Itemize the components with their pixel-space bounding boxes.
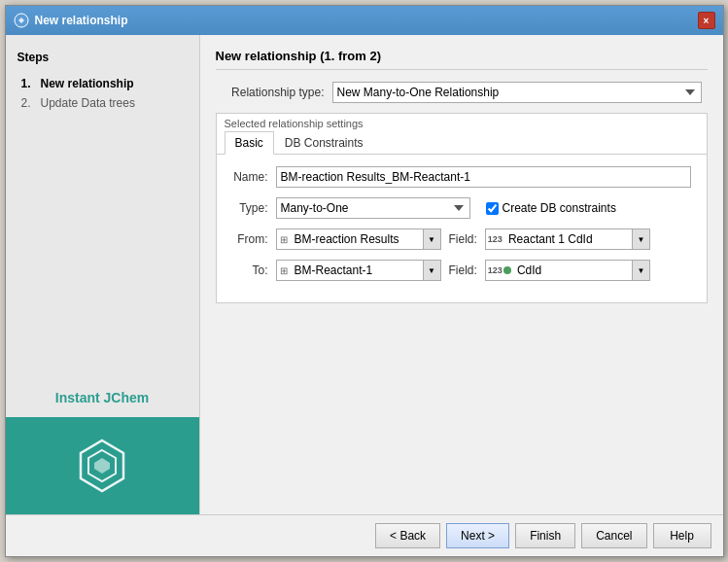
relationship-type-label: Relationship type: — [216, 86, 332, 99]
to-field-icon: 123 — [486, 265, 513, 275]
create-db-constraints-checkbox[interactable] — [486, 202, 499, 215]
to-table-select[interactable]: ⊞ BM-Reactant-1 ▼ — [276, 260, 441, 281]
from-field-value: Reactant 1 CdId — [504, 232, 632, 246]
to-field-arrow-icon: ▼ — [632, 261, 649, 280]
name-row: Name: — [232, 166, 691, 188]
hex-logo-icon — [73, 437, 131, 495]
from-table-value: BM-reaction Results — [291, 232, 423, 246]
cancel-button[interactable]: Cancel — [581, 523, 646, 548]
from-label: From: — [232, 232, 276, 246]
footer: < Back Next > Finish Cancel Help — [6, 514, 723, 556]
type-select[interactable]: Many-to-One — [276, 197, 470, 219]
type-row: Type: Many-to-One Create DB constraints — [232, 197, 691, 219]
from-row: From: ⊞ BM-reaction Results ▼ Field: 123… — [232, 228, 691, 250]
main-panel: New relationship (1. from 2) Relationshi… — [200, 35, 723, 514]
to-field-label: Field: — [449, 263, 477, 277]
from-field-label: Field: — [449, 232, 477, 246]
help-button[interactable]: Help — [653, 523, 711, 548]
name-input[interactable] — [276, 166, 691, 188]
to-table-icon: ⊞ — [277, 265, 291, 276]
from-field-arrow-icon: ▼ — [632, 229, 649, 249]
tab-content-basic: Name: Type: Many-to-One Create DB constr… — [217, 155, 707, 302]
sidebar: Steps 1. New relationship 2. Update Data… — [6, 35, 200, 514]
relationship-type-select[interactable]: New Many-to-One Relationship — [332, 82, 702, 103]
name-label: Name: — [232, 170, 276, 184]
finish-button[interactable]: Finish — [515, 523, 575, 548]
settings-section-title: Selected relationship settings — [217, 114, 707, 131]
to-label: To: — [232, 263, 276, 277]
create-db-constraints-wrapper: Create DB constraints — [486, 201, 616, 215]
relationship-type-row: Relationship type: New Many-to-One Relat… — [216, 82, 708, 103]
to-table-value: BM-Reactant-1 — [291, 263, 423, 277]
steps-title: Steps — [17, 51, 188, 64]
svg-marker-3 — [94, 458, 110, 474]
from-table-icon: ⊞ — [277, 234, 291, 245]
tab-basic[interactable]: Basic — [225, 131, 274, 155]
from-table-arrow-icon: ▼ — [423, 229, 440, 249]
title-bar: New relationship × — [6, 6, 723, 35]
dialog: New relationship × Steps 1. New relation… — [5, 5, 724, 557]
type-label: Type: — [232, 201, 276, 215]
tab-db-constraints[interactable]: DB Constraints — [274, 131, 374, 155]
tabs: Basic DB Constraints — [217, 131, 707, 155]
to-row: To: ⊞ BM-Reactant-1 ▼ Field: 123 — [232, 260, 691, 281]
next-button[interactable]: Next > — [446, 523, 509, 548]
settings-box: Selected relationship settings Basic DB … — [216, 113, 708, 303]
steps-section: Steps 1. New relationship 2. Update Data… — [6, 35, 199, 128]
main-title: New relationship (1. from 2) — [216, 49, 708, 70]
to-field-select[interactable]: 123 CdId ▼ — [485, 260, 650, 281]
back-button[interactable]: < Back — [375, 523, 440, 548]
to-table-arrow-icon: ▼ — [423, 261, 440, 280]
content-area: Steps 1. New relationship 2. Update Data… — [6, 35, 723, 514]
from-field-select[interactable]: 123 Reactant 1 CdId ▼ — [485, 228, 650, 250]
step-1: 1. New relationship — [17, 74, 188, 93]
from-field-icon: 123 — [486, 234, 504, 244]
create-db-constraints-label: Create DB constraints — [503, 201, 616, 215]
to-field-value: CdId — [513, 263, 632, 277]
from-table-select[interactable]: ⊞ BM-reaction Results ▼ — [276, 228, 441, 250]
dialog-title: New relationship — [35, 14, 128, 27]
brand-name: Instant JChem — [6, 378, 199, 417]
step-2: 2. Update Data trees — [17, 93, 188, 113]
close-button[interactable]: × — [698, 12, 715, 29]
logo-area — [6, 417, 199, 514]
dialog-icon — [14, 13, 29, 28]
